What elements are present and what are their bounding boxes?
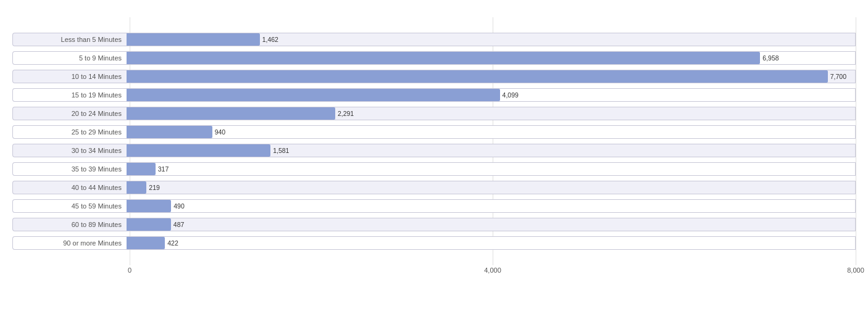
- bar-row: 45 to 59 Minutes490: [12, 197, 856, 215]
- bar-fill: [127, 33, 260, 46]
- bar-track: 6,958: [127, 51, 856, 65]
- bar-value-label: 317: [156, 165, 169, 173]
- x-axis-label: 8,000: [847, 266, 864, 274]
- bar-label: 35 to 39 Minutes: [12, 162, 127, 176]
- bar-track: 1,462: [127, 33, 856, 46]
- bar-label: 5 to 9 Minutes: [12, 51, 127, 65]
- bar-fill: [127, 200, 171, 212]
- bar-row: 30 to 34 Minutes1,581: [12, 141, 856, 160]
- bar-value-label: 7,700: [828, 73, 846, 80]
- bar-row: 20 to 24 Minutes2,291: [12, 104, 856, 123]
- bar-track: 219: [127, 181, 856, 194]
- x-axis: 04,0008,000: [130, 266, 856, 278]
- bar-row: 35 to 39 Minutes317: [12, 160, 856, 178]
- bar-label: 10 to 14 Minutes: [12, 70, 127, 83]
- bar-value-label: 1,581: [270, 147, 289, 154]
- grid-line: [856, 17, 856, 265]
- bar-value-label: 2,291: [335, 110, 354, 117]
- bar-fill: [127, 163, 156, 175]
- bar-label: 60 to 89 Minutes: [12, 218, 127, 231]
- bar-fill: [127, 126, 212, 138]
- bar-value-label: 1,462: [260, 36, 278, 43]
- chart-area: Less than 5 Minutes1,4625 to 9 Minutes6,…: [12, 17, 856, 278]
- bar-label: Less than 5 Minutes: [12, 33, 127, 46]
- bar-label: 15 to 19 Minutes: [12, 88, 127, 102]
- bar-track: 422: [127, 236, 856, 250]
- bar-label: 25 to 29 Minutes: [12, 125, 127, 139]
- bar-label: 30 to 34 Minutes: [12, 144, 127, 157]
- bar-fill: [127, 237, 165, 249]
- bar-row: 60 to 89 Minutes487: [12, 215, 856, 234]
- bar-value-label: 490: [171, 202, 185, 210]
- bar-value-label: 422: [165, 239, 178, 247]
- bar-fill: [127, 52, 760, 64]
- bar-track: 4,099: [127, 88, 856, 102]
- bar-row: 25 to 29 Minutes940: [12, 123, 856, 141]
- x-axis-label: 4,000: [484, 266, 501, 274]
- bar-track: 1,581: [127, 144, 856, 157]
- bar-row: Less than 5 Minutes1,462: [12, 30, 856, 49]
- bar-value-label: 4,099: [500, 91, 519, 99]
- bar-value-label: 940: [212, 128, 226, 136]
- bar-row: 5 to 9 Minutes6,958: [12, 49, 856, 67]
- bar-row: 40 to 44 Minutes219: [12, 178, 856, 197]
- bar-value-label: 6,958: [760, 54, 778, 62]
- bar-value-label: 487: [171, 221, 185, 228]
- bar-fill: [127, 181, 146, 194]
- bar-label: 90 or more Minutes: [12, 236, 127, 250]
- bar-track: 2,291: [127, 107, 856, 120]
- bar-track: 490: [127, 199, 856, 213]
- bar-row: 15 to 19 Minutes4,099: [12, 86, 856, 104]
- bar-track: 940: [127, 125, 856, 139]
- bar-fill: [127, 107, 335, 120]
- x-axis-label: 0: [128, 266, 131, 274]
- bar-value-label: 219: [146, 184, 160, 191]
- bar-row: 10 to 14 Minutes7,700: [12, 67, 856, 86]
- bar-label: 45 to 59 Minutes: [12, 199, 127, 213]
- bar-track: 7,700: [127, 70, 856, 83]
- bar-fill: [127, 218, 171, 231]
- bar-track: 487: [127, 218, 856, 231]
- chart-container: Less than 5 Minutes1,4625 to 9 Minutes6,…: [0, 0, 868, 322]
- bar-fill: [127, 70, 828, 83]
- bars-section: Less than 5 Minutes1,4625 to 9 Minutes6,…: [12, 17, 856, 265]
- bar-fill: [127, 89, 500, 101]
- bar-row: 90 or more Minutes422: [12, 234, 856, 252]
- bar-track: 317: [127, 162, 856, 176]
- bar-label: 20 to 24 Minutes: [12, 107, 127, 120]
- bar-fill: [127, 144, 270, 157]
- bar-label: 40 to 44 Minutes: [12, 181, 127, 194]
